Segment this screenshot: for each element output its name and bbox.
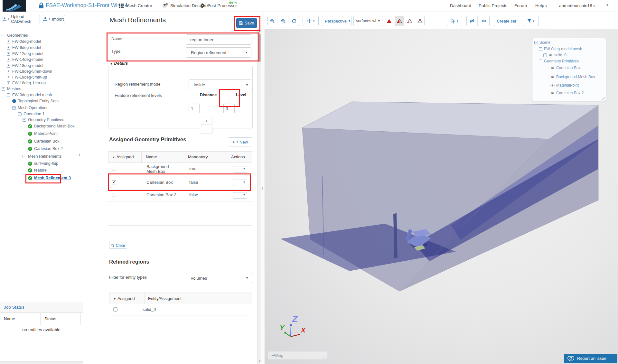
actions-dropdown[interactable] [233, 192, 247, 199]
expand-icon[interactable]: + [7, 70, 10, 73]
tree-item-fw-18deg-5mm-up[interactable]: +FW-18deg-5mm-up [7, 75, 47, 80]
new-primitive-button[interactable]: + ▾ New [228, 137, 252, 146]
assigned-checkbox[interactable] [112, 167, 116, 171]
tree-item-fw-14deg-model[interactable]: +FW-14deg-model [7, 57, 43, 62]
collapse-icon[interactable]: − [23, 118, 26, 122]
tree-item-mesh-refinements[interactable]: −Mesh Refinements [23, 154, 61, 159]
upload-cad-button[interactable]: ▾ Upload CAD/mesh [3, 15, 40, 23]
tree-item-operation-1[interactable]: −Operation 1 [18, 111, 44, 117]
expand-icon[interactable]: + [7, 76, 10, 79]
collapse-icon[interactable]: − [2, 34, 5, 37]
assigned-checkbox[interactable] [112, 193, 116, 197]
tree-item-geometries[interactable]: −Geometries [2, 33, 28, 38]
scene-item-mesh[interactable]: −FW-0deg-model mesh [539, 47, 582, 51]
tree-item-topological-entity-sets[interactable]: Topological Entity Sets [12, 98, 59, 104]
table-row[interactable]: Cartesian Box false [108, 176, 252, 190]
quality-mixed-button[interactable] [395, 16, 404, 26]
scroll-up-icon[interactable]: ▲ [258, 30, 261, 33]
col-name[interactable]: Name [146, 154, 157, 159]
expand-icon[interactable]: + [543, 53, 547, 57]
scene-item-scene[interactable]: −Scene [534, 40, 550, 45]
quality-outline-button[interactable] [406, 16, 415, 26]
simscale-logo[interactable] [3, 0, 26, 12]
nav-public-projects[interactable]: Public Projects [479, 3, 507, 8]
tree-item-mesh-refinement-3[interactable]: ✓Mesh Refinement 3 [28, 175, 71, 181]
eye-icon[interactable] [550, 67, 555, 70]
resize-handle-icon[interactable] [602, 97, 605, 100]
expand-icon[interactable]: + [7, 46, 10, 50]
expand-icon[interactable]: + [7, 58, 10, 61]
tree-item-fw-0deg-model[interactable]: +FW-0deg-model [7, 39, 41, 44]
distance-input[interactable] [189, 104, 200, 113]
nav-overflow-caret[interactable]: ▾ [606, 3, 608, 7]
tree-item-materialpoint[interactable]: ✓MaterialPoint [28, 131, 58, 136]
collapse-icon[interactable]: − [12, 106, 16, 110]
editor-scrollbar[interactable]: ▲ ▼ [257, 29, 262, 364]
tree-item-fw-18deg-model[interactable]: +FW-18deg-model [7, 63, 43, 68]
zoom-in-button[interactable] [268, 16, 277, 26]
assigned-checkbox[interactable] [113, 307, 117, 312]
show-button[interactable] [479, 16, 490, 26]
scene-item-cartesian-box[interactable]: Cartesian Box [550, 66, 580, 70]
tree-item-meshes[interactable]: −Meshes [2, 86, 21, 91]
resize-handle-icon[interactable] [323, 357, 326, 359]
assigned-checkbox[interactable] [112, 180, 116, 184]
table-row[interactable]: Background Mesh Box true [108, 163, 252, 176]
expand-icon[interactable]: + [7, 40, 10, 43]
scene-item-cartesian-box-2[interactable]: Cartesian Box 2 [550, 91, 584, 95]
collapse-icon[interactable]: − [7, 93, 10, 97]
col-entity-assignment[interactable]: Entity/Assignment [148, 296, 182, 301]
tree-item-fw-18deg-5mm-down[interactable]: +FW-18deg-5mm-down [7, 69, 52, 74]
table-row[interactable]: Cartesian Box 2 false [108, 190, 252, 201]
refresh-view-button[interactable] [290, 16, 299, 26]
scroll-down-icon[interactable]: ▼ [258, 360, 261, 363]
tree-item-background-mesh-box[interactable]: ✓Background Mesh Box [28, 124, 75, 129]
expand-icon[interactable]: + [7, 52, 10, 56]
render-mode-select[interactable]: surfaces with v▼ [353, 16, 383, 26]
collapse-icon[interactable]: − [23, 155, 26, 158]
nav-mesh-creator[interactable]: Mesh Creator [119, 3, 152, 8]
collapse-icon[interactable]: − [534, 41, 538, 44]
tree-item-fw-12deg-model[interactable]: +FW-12deg-model [7, 51, 43, 56]
pan-button[interactable]: ▾ [303, 16, 319, 26]
actions-dropdown[interactable] [233, 166, 247, 173]
details-header[interactable]: ▼ Details [110, 61, 128, 66]
type-select[interactable]: Region refinement▼ [186, 47, 251, 58]
left-splitter-handle[interactable]: ‖ [79, 153, 80, 157]
scene-item-geometry-primitives[interactable]: −Geometry Primitives [539, 59, 579, 63]
collapse-icon[interactable]: − [18, 112, 22, 116]
scene-item-background-mesh-box[interactable]: Background Mesh Box [550, 75, 595, 79]
collapse-icon[interactable]: − [539, 47, 542, 51]
eye-icon[interactable] [548, 54, 553, 57]
expand-icon[interactable]: + [7, 64, 10, 68]
import-button[interactable]: ▾ Import [42, 15, 65, 23]
quality-point-button[interactable] [416, 16, 424, 26]
level-input[interactable] [223, 104, 235, 113]
quality-solid-button[interactable] [385, 16, 394, 26]
save-button[interactable]: Save [236, 18, 257, 28]
tree-item-fw-0deg-model-mesh[interactable]: −FW-0deg-model mesh [7, 92, 52, 98]
create-set-button[interactable]: Create set [494, 16, 519, 26]
nav-user-menu[interactable]: ahmedhussain18 ▾ [559, 3, 595, 8]
hide-button[interactable] [467, 16, 478, 26]
scrollbar-thumb[interactable] [258, 34, 261, 62]
scene-item-solid-0[interactable]: +solid_0 [543, 53, 566, 57]
mode-select[interactable]: inside▼ [189, 79, 252, 90]
tree-item-fw-18deg-1cm-up[interactable]: +FW-18deg-1cm-up [7, 80, 46, 86]
clear-button[interactable]: Clear [109, 242, 127, 249]
name-input[interactable] [186, 34, 251, 45]
tree-item-fw-6deg-model[interactable]: +FW-6deg-model [7, 45, 41, 50]
select-tool-button[interactable]: ▾ [447, 16, 462, 26]
viewport-label-input[interactable] [268, 351, 327, 360]
eye-icon[interactable] [550, 76, 555, 79]
tree-item-cartesian-box-2[interactable]: ✓Cartesian Box 2 [28, 146, 63, 151]
tree-item-geometry-primitives[interactable]: −Geometry Primitives [23, 117, 64, 122]
projection-select[interactable]: Perspective▼ [322, 16, 351, 26]
zoom-out-button[interactable] [279, 16, 288, 26]
col-assigned[interactable]: ▼Assigned [113, 296, 135, 301]
scene-item-materialpoint[interactable]: MaterialPoint [550, 83, 579, 88]
expand-icon[interactable]: + [7, 81, 10, 85]
nav-forum[interactable]: Forum [514, 3, 527, 8]
entity-filter-select[interactable]: volumes▼ [186, 273, 252, 283]
nav-help[interactable]: Help ▾ [535, 3, 547, 8]
